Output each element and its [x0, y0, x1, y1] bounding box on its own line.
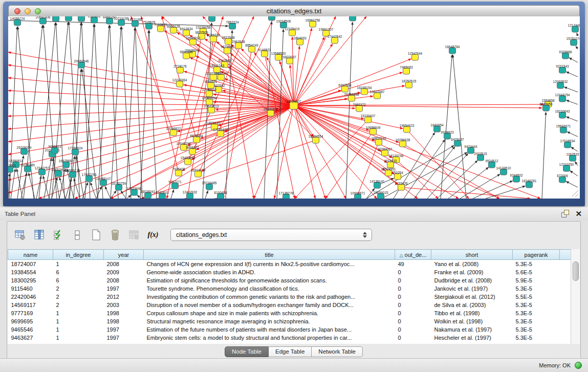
- graph-node-yellow[interactable]: [217, 130, 224, 137]
- graph-node-yellow[interactable]: [342, 86, 349, 92]
- graph-node-teal[interactable]: [454, 140, 461, 146]
- graph-node-teal[interactable]: [70, 171, 76, 178]
- graph-node-teal[interactable]: [53, 16, 59, 21]
- resize-grip-icon[interactable]: [575, 194, 578, 197]
- graph-node-yellow[interactable]: [170, 129, 177, 136]
- close-window-icon[interactable]: [14, 8, 20, 14]
- table-select-dropdown[interactable]: citations_edges.txt: [170, 229, 372, 241]
- graph-node-yellow[interactable]: [249, 46, 255, 52]
- graph-node-yellow[interactable]: [403, 68, 410, 74]
- graph-node-yellow[interactable]: [235, 42, 242, 49]
- graph-node-teal[interactable]: [209, 16, 215, 21]
- graph-node-yellow[interactable]: [287, 58, 293, 64]
- graph-node-teal[interactable]: [25, 166, 31, 172]
- graph-node-teal[interactable]: [187, 193, 193, 199]
- table-row[interactable]: 1456911722003Disruption of a novel membe…: [8, 301, 571, 309]
- graph-node-yellow[interactable]: [170, 27, 177, 33]
- graph-node-teal[interactable]: [444, 133, 451, 139]
- graph-node-teal[interactable]: [489, 162, 495, 168]
- graph-node-teal[interactable]: [434, 126, 441, 132]
- delete-column-button[interactable]: [109, 229, 121, 241]
- table-row[interactable]: 946362711997Embryonic stem cells: a mode…: [8, 334, 571, 342]
- graph-node-yellow[interactable]: [183, 30, 190, 36]
- tab-edge-table[interactable]: Edge Table: [269, 346, 312, 357]
- column-header-name[interactable]: name: [8, 250, 53, 260]
- graph-node-yellow[interactable]: [404, 126, 410, 133]
- new-column-button[interactable]: [90, 229, 102, 241]
- graph-node-yellow[interactable]: [193, 137, 200, 143]
- table-row[interactable]: 1830029562008Estimation of significance …: [8, 276, 571, 285]
- graph-node-teal[interactable]: [14, 19, 21, 26]
- graph-node-teal[interactable]: [55, 170, 62, 177]
- graph-node-teal[interactable]: [8, 166, 13, 172]
- graph-node-yellow[interactable]: [177, 67, 184, 73]
- graph-node-teal[interactable]: [40, 18, 47, 24]
- tab-node-table[interactable]: Node Table: [225, 346, 269, 357]
- graph-node-teal[interactable]: [86, 176, 93, 182]
- graph-node-teal[interactable]: [78, 16, 85, 21]
- graph-node-yellow[interactable]: [332, 37, 338, 43]
- graph-node-yellow[interactable]: [395, 173, 401, 180]
- column-header-filler[interactable]: [560, 250, 571, 260]
- graph-node-teal[interactable]: [449, 48, 456, 54]
- graph-node-teal[interactable]: [116, 184, 122, 190]
- graph-node-yellow[interactable]: [183, 53, 190, 59]
- close-panel-icon[interactable]: ✕: [575, 210, 582, 217]
- graph-node-teal[interactable]: [559, 112, 566, 118]
- deselect-all-button[interactable]: [71, 229, 83, 241]
- network-canvas[interactable]: 1872400771638228860128891293423226058982…: [8, 16, 580, 199]
- graph-node-yellow[interactable]: [268, 110, 274, 116]
- graph-node-teal[interactable]: [159, 193, 166, 199]
- graph-node-teal[interactable]: [206, 184, 213, 190]
- graph-node-yellow[interactable]: [356, 105, 363, 112]
- column-header-pagerank[interactable]: pagerank: [513, 250, 560, 260]
- graph-node-teal[interactable]: [39, 169, 46, 175]
- graph-node-teal[interactable]: [559, 177, 566, 183]
- graph-node-yellow[interactable]: [374, 93, 381, 99]
- table-row[interactable]: 946554611997Estimation of the future num…: [8, 325, 571, 334]
- graph-node-teal[interactable]: [378, 193, 384, 199]
- graph-node-teal[interactable]: [100, 180, 107, 186]
- table-row[interactable]: 977716911998Corpus callosum shape and si…: [8, 309, 571, 317]
- graph-node-yellow[interactable]: [310, 21, 316, 27]
- graph-node-yellow[interactable]: [349, 95, 355, 101]
- graph-node-yellow[interactable]: [210, 36, 217, 42]
- graph-node-teal[interactable]: [172, 183, 179, 189]
- graph-node-teal[interactable]: [543, 105, 550, 111]
- graph-node-teal[interactable]: [350, 16, 356, 21]
- graph-node-teal[interactable]: [63, 162, 70, 168]
- graph-node-teal[interactable]: [477, 155, 484, 161]
- table-row[interactable]: 911546021997Tourette syndrome. Phenomeno…: [8, 285, 571, 293]
- graph-node-yellow[interactable]: [313, 137, 319, 143]
- graph-node-yellow[interactable]: [382, 150, 388, 156]
- graph-node-yellow[interactable]: [412, 54, 419, 60]
- tab-network-table[interactable]: Network Table: [312, 346, 363, 357]
- graph-node-teal[interactable]: [145, 192, 151, 199]
- graph-node-teal[interactable]: [562, 53, 569, 59]
- graph-node-yellow[interactable]: [158, 26, 164, 32]
- graph-node-yellow[interactable]: [400, 141, 406, 147]
- function-builder-button[interactable]: f(x): [147, 229, 159, 241]
- table-row[interactable]: 1938455462009Genome-wide association stu…: [8, 268, 571, 276]
- graph-node-teal[interactable]: [229, 23, 236, 29]
- table-vertical-scrollbar[interactable]: [571, 249, 580, 344]
- graph-node-teal[interactable]: [513, 176, 520, 182]
- graph-node-yellow[interactable]: [297, 39, 303, 45]
- resize-grip-icon[interactable]: [572, 190, 578, 196]
- graph-node-yellow[interactable]: [208, 107, 215, 113]
- graph-node-teal[interactable]: [106, 18, 113, 24]
- scrollbar-thumb[interactable]: [573, 261, 579, 281]
- graph-node-yellow[interactable]: [365, 117, 372, 123]
- graph-node-yellow[interactable]: [361, 89, 368, 95]
- column-header-year[interactable]: year: [104, 250, 144, 260]
- graph-node-teal[interactable]: [78, 62, 85, 68]
- graph-node-teal[interactable]: [132, 20, 139, 27]
- graph-node-yellow[interactable]: [189, 148, 196, 155]
- graph-node-yellow[interactable]: [370, 128, 377, 135]
- graph-node-yellow[interactable]: [262, 51, 268, 57]
- graph-node-teal[interactable]: [52, 147, 58, 154]
- table-row[interactable]: 1872400712008Changes of HCN gene express…: [8, 260, 571, 269]
- column-header-short[interactable]: short: [431, 250, 513, 260]
- graph-node-teal[interactable]: [572, 26, 579, 32]
- select-all-button[interactable]: [52, 229, 64, 241]
